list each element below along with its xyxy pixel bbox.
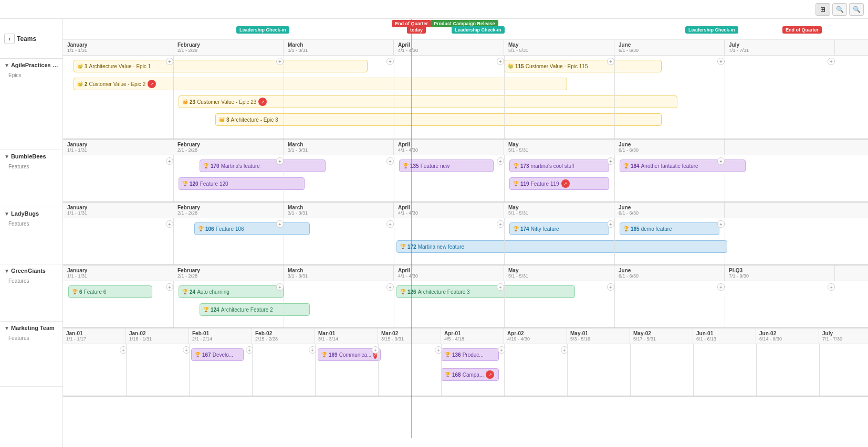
add-btn-mar01-mt[interactable]: + (372, 346, 379, 354)
add-btn-may-gg[interactable]: + (607, 283, 614, 291)
vl-gg-4 (504, 281, 505, 327)
feature-135[interactable]: 🏆 135 Feature new (399, 159, 494, 172)
add-btn-may-bb[interactable]: + (607, 157, 614, 165)
vl-bb-2 (284, 155, 284, 201)
vl-lb-5 (614, 218, 615, 264)
add-btn-apr-agile[interactable]: + (497, 58, 504, 65)
epic-1[interactable]: 👑 1 Architecture Value - Epic 1 (74, 60, 368, 72)
add-btn-jun-agile[interactable]: + (717, 58, 725, 65)
timeline-wrapper: ‹ Teams ▼ AgilePractices T... Epics (0, 19, 868, 447)
feature-124[interactable]: 🏆 124 Architecture Feature 2 (200, 303, 310, 316)
vl-5 (614, 56, 615, 139)
add-btn-feb02-mt[interactable]: + (309, 346, 316, 354)
trophy-icon-170: 🏆 (203, 163, 209, 168)
vl-mt-12 (819, 344, 820, 396)
crown-icon-3: 👑 (219, 117, 225, 122)
add-btn-apr-bb[interactable]: + (497, 157, 504, 165)
bb-month-apr: April4/1 - 4/30 (394, 140, 504, 155)
feature-6[interactable]: 🏆 6 Feature 6 (68, 285, 152, 298)
lb-month-jun: June6/1 - 6/30 (614, 203, 725, 218)
prev-nav-btn[interactable]: ‹ (4, 34, 15, 44)
vl-bb-4 (504, 155, 505, 201)
feature-126[interactable]: 🏆 126 Architecture Feature 3 (396, 285, 575, 298)
vl-mt-11 (756, 344, 757, 396)
add-btn-jul-agile[interactable]: + (828, 58, 835, 65)
epic-2[interactable]: 👑 2 Customer Value - Epic 2 ↗ (74, 78, 567, 90)
add-btn-feb-gg[interactable]: + (276, 283, 284, 291)
chevron-down-icon-mt: ▼ (4, 325, 9, 331)
add-btn-may-lb[interactable]: + (607, 220, 614, 228)
add-btn-apr02-mt[interactable]: + (561, 346, 568, 354)
add-btn-apr-lb[interactable]: + (497, 220, 504, 228)
feature-174[interactable]: 🏆 174 Nifty feature (509, 222, 609, 235)
feature-167[interactable]: 🏆 167 Develo... (191, 348, 244, 361)
trophy-icon-119: 🏆 (513, 181, 519, 186)
feature-24[interactable]: 🏆 24 Auto churning (179, 285, 284, 298)
chevron-down-icon-gg: ▼ (4, 268, 9, 274)
add-btn-mar-gg[interactable]: + (386, 283, 394, 291)
add-btn-apr-gg[interactable]: + (497, 283, 504, 291)
agile-month-apr: April 4/1 - 4/30 (394, 40, 504, 55)
gg-months-header: January1/1 - 1/31 February2/1 - 2/28 Mar… (63, 265, 868, 281)
add-btn-feb01-mt[interactable]: + (246, 346, 253, 354)
add-btn-mar02-mt[interactable]: + (435, 346, 442, 354)
add-btn-feb-bb[interactable]: + (276, 157, 284, 165)
add-btn-jan-gg[interactable]: + (166, 283, 173, 291)
add-btn-mar-lb[interactable]: + (386, 220, 394, 228)
agile-months-header: January 1/1 - 1/31 February 2/1 - 2/28 M… (63, 40, 868, 56)
crown-icon-115: 👑 (508, 63, 514, 69)
add-btn-mar-agile[interactable]: + (386, 58, 394, 65)
left-sidebar: ‹ Teams ▼ AgilePractices T... Epics (0, 19, 63, 447)
feature-172[interactable]: 🏆 172 Martina new feature (396, 240, 727, 253)
view-toggle-btn[interactable]: ⊞ (815, 3, 830, 16)
feature-170[interactable]: 🏆 170 Martina's feature (200, 159, 326, 172)
agile-month-may: May 5/1 - 5/31 (504, 40, 614, 55)
add-btn-jun-lb[interactable]: + (717, 220, 725, 228)
add-btn-may-agile[interactable]: + (607, 58, 614, 65)
mt-month-jul: July7/1 - 7/30 (819, 328, 868, 344)
add-btn-apr01-mt[interactable]: + (498, 346, 505, 354)
add-btn-piq3-gg[interactable]: + (828, 283, 835, 291)
zoom-out-btn[interactable]: 🔍 (832, 3, 847, 16)
add-btn-feb-agile[interactable]: + (276, 58, 284, 65)
epic-115[interactable]: 👑 115 Customer Value - Epic 115 (504, 60, 662, 72)
trophy-icon-169: 🏆 (321, 352, 327, 357)
feature-184[interactable]: 🏆 184 Another fantastic feature (620, 159, 746, 172)
add-btn-jan-bb[interactable]: + (166, 157, 173, 165)
add-btn-jan02-mt[interactable]: + (183, 346, 190, 354)
toolbar: ⊞ 🔍 🔍 (0, 0, 868, 19)
feature-168[interactable]: 🏆 168 Campa... ↗ (441, 368, 499, 381)
feature-169[interactable]: 🏆 169 Communica... ↗ (318, 348, 381, 361)
add-btn-jan-lb[interactable]: + (166, 220, 173, 228)
lb-month-apr: April4/1 - 4/30 (394, 203, 504, 218)
feature-173[interactable]: 🏆 173 martina's cool stuff (509, 159, 609, 172)
lb-month-mar: March3/1 - 3/31 (284, 203, 394, 218)
app-container: ⊞ 🔍 🔍 ‹ Teams ▼ AgilePractices T... Epic… (0, 0, 868, 447)
feature-119[interactable]: 🏆 119 Feature 119 ↗ (509, 177, 609, 190)
zoom-in-btn[interactable]: 🔍 (849, 3, 864, 16)
gg-month-apr: April4/1 - 4/30 (394, 265, 504, 281)
feature-106[interactable]: 🏆 106 Feature 106 (194, 222, 310, 235)
add-btn-jan-agile[interactable]: + (166, 58, 173, 65)
add-btn-jun-gg[interactable]: + (717, 283, 725, 291)
dep-dot-23: ↗ (258, 98, 267, 106)
lb-team-name: LadyBugs (11, 210, 39, 217)
feature-165[interactable]: 🏆 165 demo feature (620, 222, 719, 235)
add-btn-feb-lb[interactable]: + (276, 220, 284, 228)
add-btn-jun-bb[interactable]: + (717, 157, 725, 165)
mt-month-jun01: Jun-016/1 - 6/13 (693, 328, 756, 344)
sidebar-item-agile[interactable]: ▼ AgilePractices T... Epics (0, 59, 62, 150)
epic-3[interactable]: 👑 3 Architecture - Epic 3 (215, 113, 662, 126)
sidebar-item-ladybugs[interactable]: ▼ LadyBugs Features (0, 207, 62, 264)
sidebar-item-greengiants[interactable]: ▼ GreenGiants Features (0, 264, 62, 322)
epic-23[interactable]: 👑 23 Customer Value - Epic 23 ↗ (179, 95, 677, 108)
feature-120[interactable]: 🏆 120 Feature 120 (179, 177, 305, 190)
vl-gg-5 (614, 281, 615, 327)
sidebar-item-marketing[interactable]: ▼ Marketing Team Features (0, 322, 62, 387)
mt-month-jan01: Jan-011/1 - 1/17 (63, 328, 126, 344)
feature-136[interactable]: 🏆 136 Produc... (441, 348, 499, 361)
sidebar-item-bumblebees[interactable]: ▼ BumbleBees Features (0, 150, 62, 207)
trophy-icon-6: 🏆 (72, 289, 78, 294)
add-btn-jan01-mt[interactable]: + (120, 346, 127, 354)
add-btn-mar-bb[interactable]: + (386, 157, 394, 165)
